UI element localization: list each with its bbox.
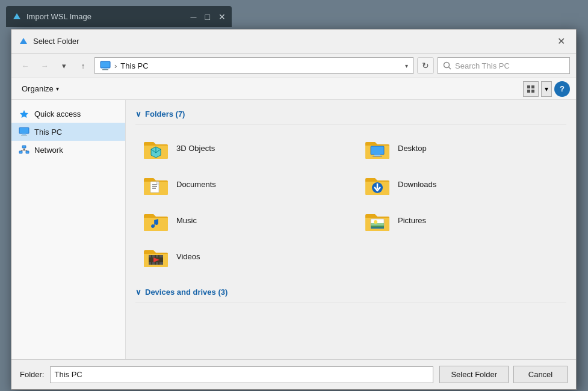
path-separator: ›	[114, 61, 117, 70]
folder-label-downloads: Downloads	[398, 180, 436, 189]
back-button[interactable]: ←	[17, 58, 33, 73]
svg-rect-4	[102, 69, 108, 70]
organize-arrow-icon: ▾	[56, 85, 59, 92]
sidebar-item-quick-access[interactable]: Quick access	[11, 105, 125, 123]
folder-path-input[interactable]	[50, 366, 433, 383]
svg-rect-27	[373, 156, 382, 157]
folder-label-3d-objects: 3D Objects	[176, 144, 215, 153]
dropdown-nav-button[interactable]: ▾	[56, 58, 72, 73]
dialog-title-area: Select Folder	[19, 37, 79, 46]
network-icon	[19, 144, 29, 155]
folder-icon-documents	[141, 172, 170, 196]
svg-rect-47	[152, 262, 155, 265]
devices-section-header: ∨ Devices and drives (3)	[135, 283, 566, 303]
svg-rect-42	[149, 255, 151, 257]
folders-section-label: Folders (7)	[145, 109, 185, 119]
sidebar-item-this-pc[interactable]: This PC	[11, 123, 125, 141]
app-logo-icon	[12, 12, 22, 22]
address-box[interactable]: › This PC ▾	[94, 57, 413, 74]
view-dropdown-button[interactable]: ▾	[541, 81, 552, 97]
svg-rect-43	[152, 255, 155, 257]
svg-point-5	[444, 63, 450, 68]
svg-rect-2	[101, 61, 110, 68]
folder-icon-pictures	[363, 208, 392, 232]
folder-item-desktop[interactable]: Desktop	[357, 131, 566, 165]
svg-rect-44	[156, 255, 158, 257]
svg-rect-10	[531, 90, 534, 93]
svg-rect-14	[21, 135, 27, 135]
svg-rect-3	[104, 68, 107, 69]
sidebar-item-label-network: Network	[34, 146, 63, 155]
forward-button[interactable]: →	[37, 58, 52, 73]
address-bar-row: ← → ▾ ↑ › This PC ▾ ↻ Search This PC	[11, 54, 576, 78]
svg-rect-25	[371, 146, 384, 155]
svg-rect-17	[26, 151, 29, 153]
folder-label-text: Folder:	[20, 370, 44, 379]
svg-marker-0	[13, 13, 20, 19]
sidebar-item-label-quick-access: Quick access	[34, 109, 81, 119]
svg-rect-49	[159, 262, 163, 265]
view-button[interactable]	[523, 81, 539, 97]
bg-window-title: Import WSL Image	[26, 12, 186, 21]
folder-item-music[interactable]: Music	[135, 203, 345, 237]
organize-label: Organize	[22, 84, 54, 93]
minimize-icon[interactable]: ─	[191, 12, 197, 22]
organize-button[interactable]: Organize ▾	[17, 82, 63, 96]
folder-label-desktop: Desktop	[398, 144, 427, 153]
folder-item-downloads[interactable]: Downloads	[357, 167, 566, 201]
refresh-button[interactable]: ↻	[417, 57, 434, 74]
view-grid-icon	[527, 85, 535, 93]
bottom-buttons: Select Folder Cancel	[439, 366, 568, 383]
folder-icon-music	[141, 208, 170, 232]
folder-icon-videos	[141, 244, 170, 268]
folder-label-videos: Videos	[176, 252, 200, 261]
svg-rect-16	[19, 151, 22, 153]
dialog-logo-icon	[19, 37, 28, 46]
folder-icon-desktop	[363, 136, 392, 160]
main-area: Quick access This PC	[11, 100, 576, 359]
monitor-path-icon	[100, 61, 111, 70]
folder-label-music: Music	[176, 216, 197, 225]
sidebar: Quick access This PC	[11, 100, 126, 359]
svg-rect-15	[22, 146, 26, 148]
search-box[interactable]: Search This PC	[438, 57, 570, 74]
toolbar-row: Organize ▾ ▾ ?	[11, 78, 576, 100]
background-window: Import WSL Image ─ □ ✕	[6, 6, 232, 27]
svg-rect-46	[149, 262, 151, 265]
svg-rect-26	[374, 155, 380, 156]
folder-item-3d-objects[interactable]: 3D Objects	[135, 131, 345, 165]
search-placeholder: Search This PC	[455, 61, 510, 70]
close-icon[interactable]: ✕	[218, 12, 226, 22]
search-icon	[443, 61, 451, 70]
cancel-button[interactable]: Cancel	[513, 366, 568, 383]
select-folder-button[interactable]: Select Folder	[439, 366, 509, 383]
up-button[interactable]: ↑	[75, 58, 91, 73]
folder-item-pictures[interactable]: Pictures	[357, 203, 566, 237]
svg-point-39	[374, 220, 377, 224]
folder-label-documents: Documents	[176, 180, 216, 189]
maximize-icon[interactable]: □	[205, 12, 210, 22]
svg-rect-9	[527, 90, 530, 93]
svg-rect-8	[531, 85, 534, 88]
monitor-icon	[19, 126, 29, 137]
folder-item-videos[interactable]: Videos	[135, 239, 345, 273]
dialog-close-button[interactable]: ✕	[553, 34, 569, 49]
svg-marker-1	[20, 38, 27, 44]
svg-rect-45	[159, 255, 163, 257]
svg-line-6	[449, 67, 451, 70]
address-dropdown-arrow: ▾	[405, 63, 408, 69]
path-text: This PC	[120, 61, 148, 70]
svg-rect-13	[22, 134, 26, 135]
svg-rect-7	[527, 85, 530, 88]
sidebar-item-network[interactable]: Network	[11, 141, 125, 159]
toolbar-right: ▾ ?	[523, 81, 570, 97]
folders-section-header: ∨ Folders (7)	[135, 105, 566, 125]
file-area: ∨ Folders (7)	[126, 100, 576, 359]
folder-icon-downloads	[363, 172, 392, 196]
folder-label-pictures: Pictures	[398, 216, 426, 225]
devices-section-label: Devices and drives (3)	[145, 288, 227, 297]
help-button[interactable]: ?	[554, 81, 570, 97]
sidebar-item-label-this-pc: This PC	[34, 128, 62, 137]
devices-chevron: ∨	[135, 288, 141, 297]
folder-item-documents[interactable]: Documents	[135, 167, 345, 201]
